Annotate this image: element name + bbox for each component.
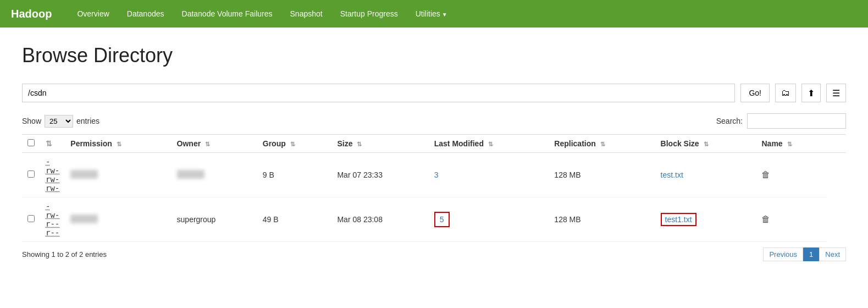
- path-input[interactable]: [22, 84, 735, 102]
- row-1-size: 49 B: [257, 197, 332, 242]
- list-icon: ☰: [832, 88, 840, 98]
- nav-item-snapshot[interactable]: Snapshot: [281, 1, 331, 26]
- row-1-replication: 5: [429, 197, 549, 242]
- nav-link-2[interactable]: Datanode Volume Failures: [173, 1, 281, 26]
- row-0-delete-cell: 🗑: [756, 153, 827, 197]
- nav-item-datanode-volume-failures[interactable]: Datanode Volume Failures: [173, 1, 281, 26]
- row-1-delete-icon[interactable]: 🗑: [761, 215, 770, 224]
- show-entries-left: Show 102550100 entries: [22, 115, 99, 128]
- header-owner[interactable]: Owner ⇅: [172, 135, 257, 153]
- row-0-permission: -rw-rw-rw-: [40, 153, 65, 197]
- show-entries-row: Show 102550100 entries Search:: [22, 113, 846, 129]
- row-0-replication: 3: [429, 153, 549, 197]
- list-icon-button[interactable]: ☰: [826, 84, 846, 102]
- row-1-permission-value: -rw-r--r--: [46, 202, 59, 237]
- header-last-modified[interactable]: Last Modified ⇅: [429, 135, 549, 153]
- navbar-nav: OverviewDatanodesDatanode Volume Failure…: [68, 1, 456, 26]
- header-actions: [827, 135, 846, 153]
- nav-item-utilities[interactable]: Utilities: [407, 1, 456, 26]
- row-1-group-value: supergroup: [177, 215, 216, 224]
- header-size[interactable]: Size ⇅: [331, 135, 428, 153]
- sort-name-icon: ⇅: [787, 141, 792, 147]
- upload-icon: ⬆: [808, 88, 815, 98]
- nav-link-4[interactable]: Startup Progress: [331, 1, 407, 26]
- sort-last-modified-icon: ⇅: [488, 141, 493, 147]
- files-table: ⇅ Permission ⇅ Owner ⇅ Group ⇅ Size ⇅ La…: [22, 134, 846, 242]
- sort-block-size-icon: ⇅: [704, 141, 709, 147]
- row-1-name-highlighted[interactable]: test1.txt: [661, 213, 696, 226]
- header-group[interactable]: Group ⇅: [257, 135, 332, 153]
- table-row: -rw-r--r--supergroup49 BMar 08 23:085128…: [22, 197, 846, 242]
- row-0-name: test.txt: [655, 153, 756, 197]
- row-0-checkbox[interactable]: [27, 170, 35, 178]
- nav-item-datanodes[interactable]: Datanodes: [118, 1, 173, 26]
- nav-item-startup-progress[interactable]: Startup Progress: [331, 1, 407, 26]
- row-1-last-modified: Mar 08 23:08: [331, 197, 428, 242]
- show-label: Show: [22, 117, 41, 125]
- row-0-replication-link[interactable]: 3: [434, 170, 439, 179]
- row-0-name-link[interactable]: test.txt: [661, 170, 683, 179]
- row-0-size: 9 B: [257, 153, 332, 197]
- row-1-owner: [65, 197, 171, 242]
- main-content: Browse Directory Go! 🗂 ⬆ ☰ Show 10255010…: [0, 28, 868, 278]
- sort-replication-icon: ⇅: [600, 141, 605, 147]
- showing-text: Showing 1 to 2 of 2 entries: [22, 250, 107, 258]
- header-sort-extra[interactable]: ⇅: [40, 135, 65, 153]
- table-row: -rw-rw-rw-9 BMar 07 23:333128 MBtest.txt…: [22, 153, 846, 197]
- sort-permission-icon: ⇅: [117, 141, 121, 147]
- row-0-owner-blurred: [70, 170, 98, 179]
- row-0-group-blurred: [177, 170, 204, 179]
- navbar-brand[interactable]: Hadoop: [11, 8, 52, 20]
- row-0-checkbox-cell: [22, 153, 40, 197]
- search-right: Search:: [716, 113, 846, 129]
- navbar: Hadoop OverviewDatanodesDatanode Volume …: [0, 0, 868, 28]
- row-1-permission: -rw-r--r--: [40, 197, 65, 242]
- page-1[interactable]: 1: [803, 248, 819, 261]
- row-0-permission-value: -rw-rw-rw-: [46, 157, 59, 193]
- header-replication[interactable]: Replication ⇅: [549, 135, 655, 153]
- nav-link-5[interactable]: Utilities: [407, 1, 456, 26]
- table-head: ⇅ Permission ⇅ Owner ⇅ Group ⇅ Size ⇅ La…: [22, 135, 846, 153]
- header-name[interactable]: Name ⇅: [756, 135, 827, 153]
- entries-select[interactable]: 102550100: [45, 115, 73, 128]
- row-1-block-size: 128 MB: [549, 197, 655, 242]
- nav-link-1[interactable]: Datanodes: [118, 1, 173, 26]
- row-1-group: supergroup: [172, 197, 257, 242]
- search-label: Search:: [716, 117, 743, 125]
- header-block-size[interactable]: Block Size ⇅: [655, 135, 756, 153]
- nav-item-overview[interactable]: Overview: [68, 1, 118, 26]
- sort-owner-icon: ⇅: [205, 141, 210, 147]
- sort-group-icon: ⇅: [290, 141, 295, 147]
- row-1-replication-highlighted[interactable]: 5: [434, 212, 450, 227]
- table-header-row: ⇅ Permission ⇅ Owner ⇅ Group ⇅ Size ⇅ La…: [22, 135, 846, 153]
- nav-link-3[interactable]: Snapshot: [281, 1, 331, 26]
- row-1-checkbox[interactable]: [27, 215, 35, 222]
- row-1-name: test1.txt: [655, 197, 756, 242]
- row-0-block-size: 128 MB: [549, 153, 655, 197]
- folder-icon: 🗂: [781, 88, 790, 98]
- pagination: Previous 1 Next: [763, 248, 846, 261]
- table-body: -rw-rw-rw-9 BMar 07 23:333128 MBtest.txt…: [22, 153, 846, 242]
- row-0-owner: [65, 153, 171, 197]
- nav-link-0[interactable]: Overview: [68, 1, 118, 26]
- header-permission[interactable]: Permission ⇅: [65, 135, 171, 153]
- search-input[interactable]: [747, 113, 846, 129]
- folder-icon-button[interactable]: 🗂: [775, 84, 796, 102]
- sort-size-icon: ⇅: [357, 141, 362, 147]
- path-bar: Go! 🗂 ⬆ ☰: [22, 84, 846, 102]
- row-1-owner-blurred: [70, 215, 98, 223]
- previous-page[interactable]: Previous: [763, 248, 803, 261]
- header-checkbox: [22, 135, 40, 153]
- next-page[interactable]: Next: [819, 248, 846, 261]
- upload-icon-button[interactable]: ⬆: [801, 84, 821, 102]
- page-title: Browse Directory: [22, 44, 846, 67]
- row-1-checkbox-cell: [22, 197, 40, 242]
- pagination-area: Showing 1 to 2 of 2 entries Previous 1 N…: [22, 248, 846, 261]
- row-0-last-modified: Mar 07 23:33: [331, 153, 428, 197]
- row-0-delete-icon[interactable]: 🗑: [761, 170, 770, 179]
- select-all-checkbox[interactable]: [27, 139, 35, 146]
- row-0-group: [172, 153, 257, 197]
- entries-label: entries: [76, 117, 99, 125]
- go-button[interactable]: Go!: [740, 84, 770, 102]
- row-1-delete-cell: 🗑: [756, 197, 827, 242]
